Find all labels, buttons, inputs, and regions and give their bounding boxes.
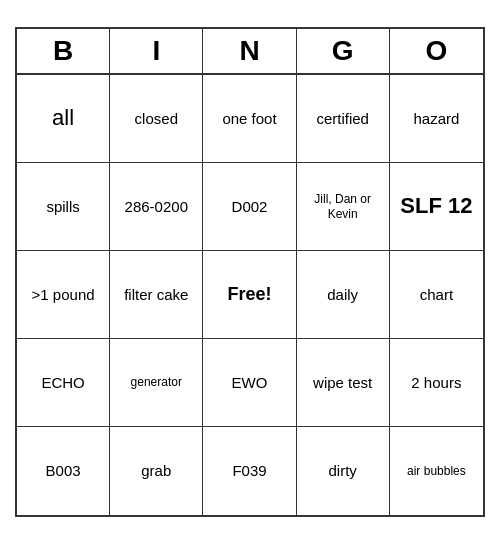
bingo-grid: allclosedone footcertifiedhazardspills28… xyxy=(17,75,483,515)
bingo-cell: generator xyxy=(110,339,203,427)
bingo-cell: one foot xyxy=(203,75,296,163)
bingo-cell: closed xyxy=(110,75,203,163)
bingo-cell: filter cake xyxy=(110,251,203,339)
bingo-cell: daily xyxy=(297,251,390,339)
header-letter: I xyxy=(110,29,203,73)
header-letter: O xyxy=(390,29,483,73)
bingo-cell: Jill, Dan or Kevin xyxy=(297,163,390,251)
bingo-cell: B003 xyxy=(17,427,110,515)
bingo-cell: ECHO xyxy=(17,339,110,427)
header-letter: N xyxy=(203,29,296,73)
bingo-cell: spills xyxy=(17,163,110,251)
bingo-cell: D002 xyxy=(203,163,296,251)
bingo-cell: wipe test xyxy=(297,339,390,427)
bingo-cell: air bubbles xyxy=(390,427,483,515)
header-letter: B xyxy=(17,29,110,73)
bingo-cell: SLF 12 xyxy=(390,163,483,251)
bingo-cell: 2 hours xyxy=(390,339,483,427)
bingo-cell: dirty xyxy=(297,427,390,515)
bingo-cell: hazard xyxy=(390,75,483,163)
bingo-cell: Free! xyxy=(203,251,296,339)
header-letter: G xyxy=(297,29,390,73)
bingo-header: BINGO xyxy=(17,29,483,75)
bingo-cell: all xyxy=(17,75,110,163)
bingo-cell: F039 xyxy=(203,427,296,515)
bingo-card: BINGO allclosedone footcertifiedhazardsp… xyxy=(15,27,485,517)
bingo-cell: grab xyxy=(110,427,203,515)
bingo-cell: 286-0200 xyxy=(110,163,203,251)
bingo-cell: chart xyxy=(390,251,483,339)
bingo-cell: >1 pound xyxy=(17,251,110,339)
bingo-cell: certified xyxy=(297,75,390,163)
bingo-cell: EWO xyxy=(203,339,296,427)
